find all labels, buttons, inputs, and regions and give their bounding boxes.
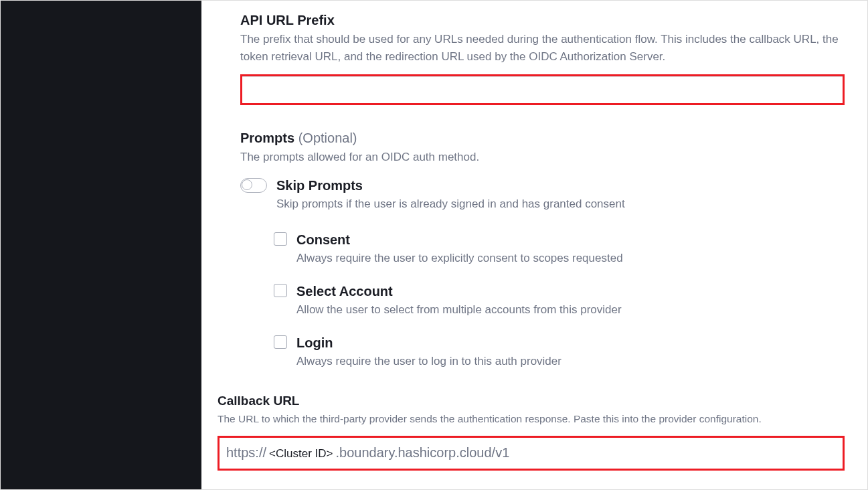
skip-prompts-desc: Skip prompts if the user is already sign… (276, 197, 845, 211)
select-account-body: Select Account Allow the user to select … (296, 284, 845, 317)
form-main: API URL Prefix The prefix that should be… (201, 1, 867, 489)
login-row: Login Always require the user to log in … (274, 335, 845, 368)
consent-label: Consent (296, 232, 845, 248)
callback-url-highlight: https://<Cluster ID>.boundary.hashicorp.… (218, 436, 845, 471)
skip-prompts-body: Skip Prompts Skip prompts if the user is… (276, 178, 845, 211)
consent-checkbox[interactable] (274, 232, 287, 246)
consent-row: Consent Always require the user to expli… (274, 232, 845, 265)
prompts-optional: (Optional) (298, 131, 357, 145)
callback-label: Callback URL (218, 394, 845, 408)
login-label: Login (296, 335, 845, 351)
toggle-knob (242, 179, 252, 190)
skip-prompts-toggle[interactable] (240, 178, 267, 193)
login-body: Login Always require the user to log in … (296, 335, 845, 368)
prompts-help: The prompts allowed for an OIDC auth met… (240, 149, 845, 166)
login-desc: Always require the user to log in to thi… (296, 355, 845, 368)
select-account-row: Select Account Allow the user to select … (274, 284, 845, 317)
prompts-section: Prompts (Optional) The prompts allowed f… (240, 131, 845, 368)
api-url-prefix-help: The prefix that should be used for any U… (240, 31, 845, 65)
prompts-check-list: Consent Always require the user to expli… (274, 232, 845, 368)
api-url-prefix-input[interactable] (242, 76, 843, 103)
api-url-prefix-highlight (240, 74, 845, 105)
prompts-label-text: Prompts (240, 131, 294, 145)
prompts-label: Prompts (Optional) (240, 131, 845, 146)
callback-url-value[interactable]: https://<Cluster ID>.boundary.hashicorp.… (226, 445, 509, 461)
sidebar (1, 1, 201, 489)
callback-suffix: .boundary.hashicorp.cloud/v1 (335, 445, 509, 460)
callback-cluster-id: <Cluster ID> (266, 447, 335, 460)
consent-desc: Always require the user to explicitly co… (296, 252, 845, 265)
callback-section: Callback URL The URL to which the third-… (240, 394, 845, 471)
select-account-label: Select Account (296, 284, 845, 299)
select-account-checkbox[interactable] (274, 284, 287, 297)
login-checkbox[interactable] (274, 335, 287, 349)
select-account-desc: Allow the user to select from multiple a… (296, 303, 845, 317)
consent-body: Consent Always require the user to expli… (296, 232, 845, 265)
skip-prompts-label: Skip Prompts (276, 178, 845, 193)
skip-prompts-row: Skip Prompts Skip prompts if the user is… (240, 178, 845, 211)
callback-prefix: https:// (226, 445, 266, 460)
api-url-prefix-label: API URL Prefix (240, 13, 845, 28)
callback-help: The URL to which the third-party provide… (218, 411, 845, 426)
api-url-prefix-section: API URL Prefix The prefix that should be… (240, 13, 845, 105)
